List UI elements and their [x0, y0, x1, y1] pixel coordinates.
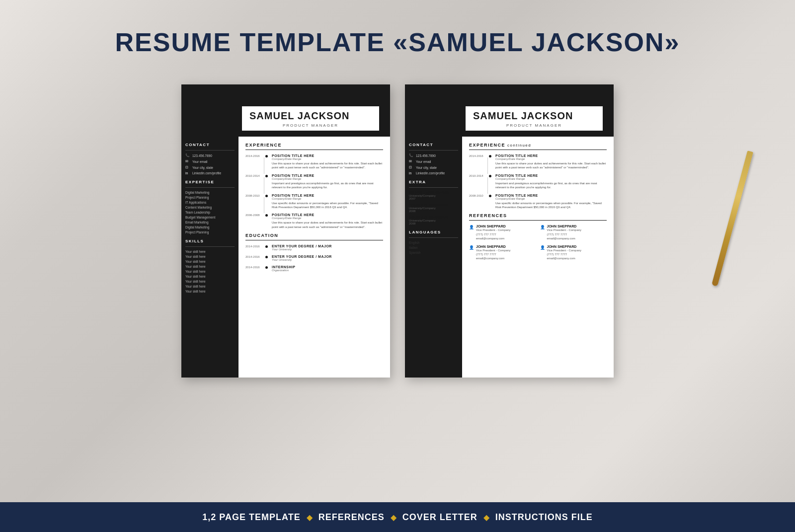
r2-contact-phone-item: 📞 123.456.7890: [409, 153, 458, 157]
skill-1: Your skill here: [185, 250, 235, 253]
expertise-5: Team Leadership: [185, 211, 235, 214]
resume1-name: SAMUEL JACKSON: [249, 110, 372, 121]
ref-name-4: JOHN SHEPPARD: [547, 245, 582, 248]
edu-item-3: 2014-2016 INTERNSHIP Organization: [245, 265, 383, 273]
extra-1: ENTER YOUR AWARD University/Company 2007: [409, 191, 458, 200]
expertise-7: Email Marketing: [185, 221, 235, 224]
ref-3: 👤 JOHN SHEPPARD Vice President - Company…: [469, 245, 536, 261]
edu-date-1: 2014-2016: [245, 244, 261, 252]
extra-year-2: 2008: [409, 210, 458, 213]
expertise-1: Digital Marketing: [185, 191, 235, 194]
edu-dot-3: [265, 266, 268, 269]
exp-desc-1: Use this space to share your duties and …: [272, 161, 383, 170]
ref-role-2: Vice President - Company: [547, 228, 582, 232]
resume1-name-box: SAMUEL JACKSON PRODUCT MANAGER: [241, 105, 380, 132]
resume-page-2: SAMUEL JACKSON PRODUCT MANAGER CONTACT 📞…: [405, 84, 614, 378]
contact-phone-item: 📞 123.456.7890: [185, 153, 235, 157]
ref-role-1: Vice President - Company: [476, 228, 511, 232]
edu-school-3: Organization: [272, 269, 383, 272]
footer-diamond-1: ◆: [307, 513, 313, 522]
r2-contact-linkedin: LinkedIn.com/profile: [416, 171, 445, 175]
r2-exp-title-3: POSITION TITLE HERE: [495, 194, 607, 197]
extra-year-1: 2007: [409, 197, 458, 200]
r2-exp-desc-2: Important and prestigious accomplishment…: [495, 181, 607, 190]
r2-exp-desc-1: Use this space to share your duties and …: [495, 161, 607, 170]
exp-line-3: [264, 197, 264, 214]
r2-contact-title: CONTACT: [409, 143, 458, 147]
r2-exp-content-3: POSITION TITLE HERE Company/Date Range U…: [495, 194, 607, 210]
r2-linkedin-icon: in: [409, 171, 414, 175]
exp-date-3: 2008-2010: [245, 194, 261, 210]
resume2-title: PRODUCT MANAGER: [473, 123, 595, 128]
lang-3: Spanish: [409, 251, 458, 254]
skill-3: Your skill here: [185, 260, 235, 263]
ref-details-3: JOHN SHEPPARD Vice President - Company (…: [476, 245, 511, 261]
resumes-container: SAMUEL JACKSON PRODUCT MANAGER CONTACT 📞…: [0, 79, 795, 502]
footer-text-3: COVER LETTER: [402, 512, 477, 523]
resume1-header: SAMUEL JACKSON PRODUCT MANAGER: [181, 84, 390, 137]
ref-role-4: Vice President - Company: [547, 248, 582, 252]
contact-divider: [185, 150, 235, 151]
r2-contact-linkedin-item: in LinkedIn.com/profile: [409, 171, 458, 175]
r2-exp-content-2: POSITION TITLE HERE Company/Date Range I…: [495, 174, 607, 190]
r2-exp-title-2: POSITION TITLE HERE: [495, 174, 607, 177]
experience-divider: [245, 150, 383, 150]
extra-3: YOUR ACHIEVEMENT University/Company 2008: [409, 216, 458, 225]
ref-phone-3: (777) 777 7777: [476, 252, 511, 256]
ref-email-3: email@company.com: [476, 256, 511, 260]
footer-text-2: REFERENCES: [318, 512, 385, 523]
resume2-sidebar: CONTACT 📞 123.456.7890 ✉ Your email ⊡ Yo…: [405, 137, 462, 378]
r2-exp-title-1: POSITION TITLE HERE: [495, 154, 607, 157]
ref-2: 👤 JOHN SHEPPARD Vice President - Company…: [540, 225, 607, 240]
expertise-6: Budget Management: [185, 216, 235, 219]
exp-item-2: 2010-2014 POSITION TITLE HERE Company/Da…: [245, 174, 383, 190]
ref-email-1: email@company.com: [476, 236, 511, 240]
ref-1: 👤 JOHN SHEPPARD Vice President - Company…: [469, 225, 536, 240]
r2-exp-dot-2: [489, 175, 491, 177]
exp-line-1: [264, 157, 264, 174]
ref-details-1: JOHN SHEPPARD Vice President - Company (…: [476, 225, 511, 240]
expertise-4: Content Marketing: [185, 206, 235, 209]
skills-section-title: SKILLS: [185, 239, 235, 243]
r2-exp-item-1: 2014-2016 POSITION TITLE HERE Company/Da…: [469, 154, 607, 170]
expertise-divider: [185, 187, 235, 188]
exp-dot-3: [265, 195, 268, 197]
r2-exp-date-1: 2014-2016: [469, 154, 485, 170]
contact-email: Your email: [192, 160, 207, 163]
exp-desc-3: Use specific dollar amounts or percentag…: [272, 201, 383, 210]
exp-title-2: POSITION TITLE HERE: [272, 174, 383, 177]
skill-7: Your skill here: [185, 280, 235, 283]
r2-lang-title: LANGUAGES: [409, 230, 458, 234]
skill-5: Your skill here: [185, 270, 235, 273]
exp-title-3: POSITION TITLE HERE: [272, 194, 383, 197]
experience-title: EXPERIENCE: [245, 143, 383, 148]
edu-content-1: ENTER YOUR DEGREE / MAJOR Your Universit…: [272, 244, 383, 252]
r2-email-icon: ✉: [409, 159, 414, 163]
r2-location-icon: ⊡: [409, 165, 414, 169]
page-title: RESUME TEMPLATE «SAMUEL JACKSON»: [0, 27, 795, 57]
r2-contact-email: Your email: [416, 160, 431, 163]
r2-exp-item-2: 2010-2014 POSITION TITLE HERE Company/Da…: [469, 174, 607, 190]
exp-company-4: Company/Date Range: [272, 217, 383, 220]
exp-desc-4: Use this space to share your duties and …: [272, 221, 383, 229]
r2-phone-icon: 📞: [409, 153, 414, 157]
resume1-sidebar: CONTACT 📞 123.456.7890 ✉ Your email ⊡ Yo…: [181, 137, 238, 378]
edu-date-2: 2014-2016: [245, 255, 261, 262]
location-icon: ⊡: [185, 165, 190, 169]
exp-item-1: 2014-2016 POSITION TITLE HERE Company/Da…: [245, 154, 383, 170]
r2-exp-line-2: [487, 177, 488, 194]
exp-item-3: 2008-2010 POSITION TITLE HERE Company/Da…: [245, 194, 383, 210]
r2-exp-company-3: Company/Date Range: [495, 197, 607, 200]
resume2-body: CONTACT 📞 123.456.7890 ✉ Your email ⊡ Yo…: [405, 137, 614, 378]
r2-references-title: REFERENCES: [469, 213, 607, 218]
r2-contact-divider: [409, 150, 458, 151]
lang-1: English: [409, 241, 458, 244]
extra-award-1: ENTER YOUR AWARD: [409, 191, 458, 194]
r2-references-divider: [469, 220, 607, 221]
contact-location: Your city, state: [192, 166, 213, 169]
ref-role-3: Vice President - Company: [476, 248, 511, 252]
r2-extra-divider: [409, 187, 458, 188]
edu-item-2: 2014-2016 ENTER YOUR DEGREE / MAJOR Your…: [245, 255, 383, 262]
exp-company-3: Company/Date Range: [272, 197, 383, 200]
ref-email-4: email@company.com: [547, 256, 582, 260]
